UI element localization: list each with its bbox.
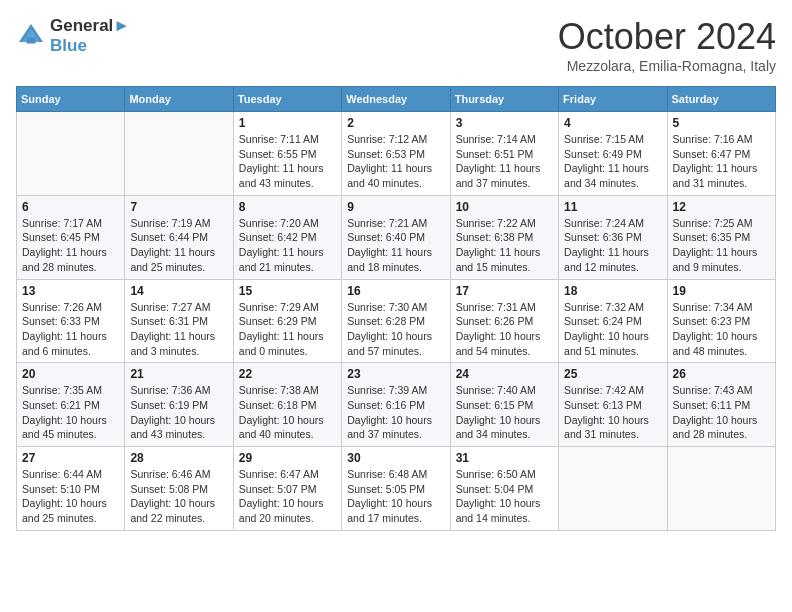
calendar-cell: 22Sunrise: 7:38 AM Sunset: 6:18 PM Dayli… [233, 363, 341, 447]
calendar-cell: 25Sunrise: 7:42 AM Sunset: 6:13 PM Dayli… [559, 363, 667, 447]
day-number: 6 [22, 200, 119, 214]
week-row-1: 1Sunrise: 7:11 AM Sunset: 6:55 PM Daylig… [17, 112, 776, 196]
calendar-cell [125, 112, 233, 196]
calendar-cell: 7Sunrise: 7:19 AM Sunset: 6:44 PM Daylig… [125, 195, 233, 279]
day-info: Sunrise: 7:16 AM Sunset: 6:47 PM Dayligh… [673, 132, 770, 191]
day-info: Sunrise: 7:26 AM Sunset: 6:33 PM Dayligh… [22, 300, 119, 359]
day-info: Sunrise: 7:19 AM Sunset: 6:44 PM Dayligh… [130, 216, 227, 275]
header-monday: Monday [125, 87, 233, 112]
day-number: 12 [673, 200, 770, 214]
day-number: 28 [130, 451, 227, 465]
day-info: Sunrise: 7:39 AM Sunset: 6:16 PM Dayligh… [347, 383, 444, 442]
day-info: Sunrise: 7:25 AM Sunset: 6:35 PM Dayligh… [673, 216, 770, 275]
day-info: Sunrise: 7:38 AM Sunset: 6:18 PM Dayligh… [239, 383, 336, 442]
calendar-cell: 13Sunrise: 7:26 AM Sunset: 6:33 PM Dayli… [17, 279, 125, 363]
calendar-cell: 8Sunrise: 7:20 AM Sunset: 6:42 PM Daylig… [233, 195, 341, 279]
day-info: Sunrise: 7:11 AM Sunset: 6:55 PM Dayligh… [239, 132, 336, 191]
day-number: 21 [130, 367, 227, 381]
day-info: Sunrise: 6:44 AM Sunset: 5:10 PM Dayligh… [22, 467, 119, 526]
location: Mezzolara, Emilia-Romagna, Italy [558, 58, 776, 74]
day-number: 11 [564, 200, 661, 214]
calendar-cell: 4Sunrise: 7:15 AM Sunset: 6:49 PM Daylig… [559, 112, 667, 196]
day-number: 8 [239, 200, 336, 214]
day-info: Sunrise: 6:46 AM Sunset: 5:08 PM Dayligh… [130, 467, 227, 526]
day-number: 18 [564, 284, 661, 298]
day-number: 26 [673, 367, 770, 381]
day-number: 10 [456, 200, 553, 214]
calendar-table: SundayMondayTuesdayWednesdayThursdayFrid… [16, 86, 776, 531]
calendar-cell: 24Sunrise: 7:40 AM Sunset: 6:15 PM Dayli… [450, 363, 558, 447]
calendar-cell: 3Sunrise: 7:14 AM Sunset: 6:51 PM Daylig… [450, 112, 558, 196]
day-info: Sunrise: 7:35 AM Sunset: 6:21 PM Dayligh… [22, 383, 119, 442]
calendar-cell: 19Sunrise: 7:34 AM Sunset: 6:23 PM Dayli… [667, 279, 775, 363]
day-info: Sunrise: 7:17 AM Sunset: 6:45 PM Dayligh… [22, 216, 119, 275]
day-number: 13 [22, 284, 119, 298]
header-wednesday: Wednesday [342, 87, 450, 112]
calendar-header-row: SundayMondayTuesdayWednesdayThursdayFrid… [17, 87, 776, 112]
day-number: 29 [239, 451, 336, 465]
calendar-cell: 27Sunrise: 6:44 AM Sunset: 5:10 PM Dayli… [17, 447, 125, 531]
logo-text: General► Blue [50, 16, 130, 56]
calendar-cell: 30Sunrise: 6:48 AM Sunset: 5:05 PM Dayli… [342, 447, 450, 531]
calendar-cell: 17Sunrise: 7:31 AM Sunset: 6:26 PM Dayli… [450, 279, 558, 363]
week-row-2: 6Sunrise: 7:17 AM Sunset: 6:45 PM Daylig… [17, 195, 776, 279]
day-info: Sunrise: 7:34 AM Sunset: 6:23 PM Dayligh… [673, 300, 770, 359]
calendar-cell: 12Sunrise: 7:25 AM Sunset: 6:35 PM Dayli… [667, 195, 775, 279]
day-info: Sunrise: 7:42 AM Sunset: 6:13 PM Dayligh… [564, 383, 661, 442]
day-info: Sunrise: 7:36 AM Sunset: 6:19 PM Dayligh… [130, 383, 227, 442]
day-number: 7 [130, 200, 227, 214]
calendar-cell: 2Sunrise: 7:12 AM Sunset: 6:53 PM Daylig… [342, 112, 450, 196]
calendar-cell: 14Sunrise: 7:27 AM Sunset: 6:31 PM Dayli… [125, 279, 233, 363]
day-number: 1 [239, 116, 336, 130]
day-info: Sunrise: 7:20 AM Sunset: 6:42 PM Dayligh… [239, 216, 336, 275]
calendar-cell: 6Sunrise: 7:17 AM Sunset: 6:45 PM Daylig… [17, 195, 125, 279]
day-number: 3 [456, 116, 553, 130]
calendar-cell: 15Sunrise: 7:29 AM Sunset: 6:29 PM Dayli… [233, 279, 341, 363]
day-info: Sunrise: 7:15 AM Sunset: 6:49 PM Dayligh… [564, 132, 661, 191]
day-info: Sunrise: 7:29 AM Sunset: 6:29 PM Dayligh… [239, 300, 336, 359]
calendar-cell: 31Sunrise: 6:50 AM Sunset: 5:04 PM Dayli… [450, 447, 558, 531]
day-info: Sunrise: 7:40 AM Sunset: 6:15 PM Dayligh… [456, 383, 553, 442]
header-saturday: Saturday [667, 87, 775, 112]
logo-icon [16, 21, 46, 51]
header-friday: Friday [559, 87, 667, 112]
day-info: Sunrise: 7:27 AM Sunset: 6:31 PM Dayligh… [130, 300, 227, 359]
day-info: Sunrise: 6:47 AM Sunset: 5:07 PM Dayligh… [239, 467, 336, 526]
page-header: General► Blue October 2024 Mezzolara, Em… [16, 16, 776, 74]
day-info: Sunrise: 7:22 AM Sunset: 6:38 PM Dayligh… [456, 216, 553, 275]
week-row-4: 20Sunrise: 7:35 AM Sunset: 6:21 PM Dayli… [17, 363, 776, 447]
month-title: October 2024 [558, 16, 776, 58]
day-number: 31 [456, 451, 553, 465]
day-info: Sunrise: 7:30 AM Sunset: 6:28 PM Dayligh… [347, 300, 444, 359]
day-info: Sunrise: 7:31 AM Sunset: 6:26 PM Dayligh… [456, 300, 553, 359]
week-row-3: 13Sunrise: 7:26 AM Sunset: 6:33 PM Dayli… [17, 279, 776, 363]
day-number: 30 [347, 451, 444, 465]
day-number: 20 [22, 367, 119, 381]
day-info: Sunrise: 7:32 AM Sunset: 6:24 PM Dayligh… [564, 300, 661, 359]
calendar-cell: 26Sunrise: 7:43 AM Sunset: 6:11 PM Dayli… [667, 363, 775, 447]
logo: General► Blue [16, 16, 130, 56]
day-number: 25 [564, 367, 661, 381]
day-info: Sunrise: 6:48 AM Sunset: 5:05 PM Dayligh… [347, 467, 444, 526]
calendar-cell: 5Sunrise: 7:16 AM Sunset: 6:47 PM Daylig… [667, 112, 775, 196]
day-info: Sunrise: 7:24 AM Sunset: 6:36 PM Dayligh… [564, 216, 661, 275]
header-tuesday: Tuesday [233, 87, 341, 112]
day-number: 19 [673, 284, 770, 298]
calendar-cell: 29Sunrise: 6:47 AM Sunset: 5:07 PM Dayli… [233, 447, 341, 531]
calendar-cell: 23Sunrise: 7:39 AM Sunset: 6:16 PM Dayli… [342, 363, 450, 447]
calendar-cell [17, 112, 125, 196]
day-info: Sunrise: 6:50 AM Sunset: 5:04 PM Dayligh… [456, 467, 553, 526]
header-thursday: Thursday [450, 87, 558, 112]
week-row-5: 27Sunrise: 6:44 AM Sunset: 5:10 PM Dayli… [17, 447, 776, 531]
day-number: 23 [347, 367, 444, 381]
day-number: 5 [673, 116, 770, 130]
calendar-cell: 20Sunrise: 7:35 AM Sunset: 6:21 PM Dayli… [17, 363, 125, 447]
day-number: 24 [456, 367, 553, 381]
day-number: 15 [239, 284, 336, 298]
calendar-cell: 28Sunrise: 6:46 AM Sunset: 5:08 PM Dayli… [125, 447, 233, 531]
calendar-cell [559, 447, 667, 531]
day-info: Sunrise: 7:12 AM Sunset: 6:53 PM Dayligh… [347, 132, 444, 191]
calendar-cell: 18Sunrise: 7:32 AM Sunset: 6:24 PM Dayli… [559, 279, 667, 363]
header-sunday: Sunday [17, 87, 125, 112]
calendar-cell: 9Sunrise: 7:21 AM Sunset: 6:40 PM Daylig… [342, 195, 450, 279]
